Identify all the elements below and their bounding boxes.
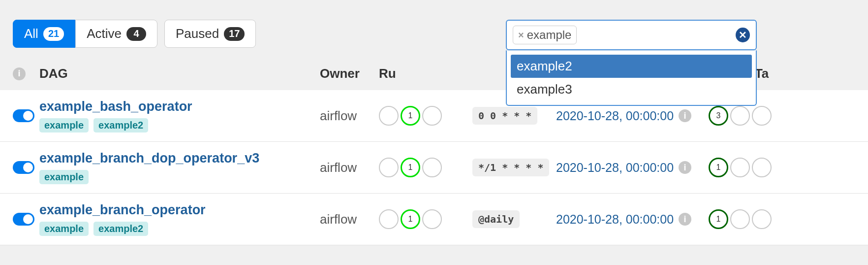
header-owner[interactable]: Owner — [320, 66, 379, 81]
status-circle[interactable] — [752, 209, 772, 229]
dropdown-item[interactable]: example2 — [511, 55, 752, 78]
status-circle[interactable]: 1 — [709, 209, 728, 229]
status-circle[interactable] — [379, 106, 399, 126]
dag-toggle[interactable] — [13, 213, 34, 226]
filter-paused-count: 17 — [224, 27, 245, 41]
filter-group-2: Paused 17 — [164, 20, 256, 48]
dag-toggle[interactable] — [13, 161, 34, 174]
chip-label: example — [527, 28, 572, 42]
status-circle[interactable] — [730, 106, 750, 126]
tag-search-box[interactable]: × example ✕ — [506, 20, 757, 50]
filter-active-label: Active — [87, 26, 122, 41]
tag-search: × example ✕ example2 example3 — [506, 20, 757, 50]
status-circle[interactable] — [422, 158, 442, 177]
dag-link[interactable]: example_branch_dop_operator_v3 — [39, 151, 320, 166]
schedule-badge[interactable]: 0 0 * * * — [472, 107, 537, 125]
status-circle[interactable]: 1 — [401, 158, 420, 177]
dropdown-item[interactable]: example3 — [511, 78, 752, 101]
tag-search-input[interactable] — [582, 25, 731, 45]
status-circle[interactable]: 1 — [709, 158, 728, 177]
dag-tag[interactable]: example — [39, 170, 89, 184]
status-circle[interactable] — [730, 158, 750, 177]
filter-all-count: 21 — [43, 27, 64, 41]
filter-active-button[interactable]: Active 4 — [75, 20, 157, 48]
owner-text: airflow — [320, 108, 357, 123]
status-circle[interactable] — [752, 106, 772, 126]
dag-link[interactable]: example_branch_operator — [39, 202, 320, 218]
last-run-link[interactable]: 2020-10-28, 00:00:00 — [556, 109, 674, 123]
status-circle[interactable] — [422, 209, 442, 229]
search-dropdown: example2 example3 — [506, 50, 757, 106]
info-icon[interactable]: i — [679, 161, 691, 174]
dag-tag[interactable]: example2 — [93, 222, 148, 236]
filter-all-button[interactable]: All 21 — [13, 20, 75, 48]
status-circle[interactable] — [379, 209, 399, 229]
status-circle[interactable]: 1 — [401, 209, 420, 229]
dag-link[interactable]: example_bash_operator — [39, 99, 320, 114]
search-chip[interactable]: × example — [513, 26, 577, 44]
dag-tag[interactable]: example — [39, 118, 89, 132]
header-runs[interactable]: Ru — [379, 66, 472, 81]
filter-paused-label: Paused — [176, 26, 219, 41]
dag-tag[interactable]: example — [39, 222, 89, 236]
info-icon[interactable]: i — [679, 109, 691, 122]
schedule-badge[interactable]: @daily — [472, 210, 520, 228]
owner-text: airflow — [320, 212, 357, 227]
run-status-circles[interactable]: 1 — [379, 209, 472, 229]
dag-toggle[interactable] — [13, 109, 34, 122]
header-dag[interactable]: DAG — [39, 66, 320, 81]
last-run-link[interactable]: 2020-10-28, 00:00:00 — [556, 161, 674, 175]
status-circle[interactable] — [379, 158, 399, 177]
task-status-circles[interactable]: 1 — [709, 209, 855, 229]
schedule-badge[interactable]: */1 * * * * — [472, 159, 549, 176]
status-circle[interactable]: 1 — [401, 106, 420, 126]
chip-remove-icon[interactable]: × — [518, 30, 524, 41]
info-icon: i — [13, 67, 26, 80]
filter-active-count: 4 — [126, 27, 146, 41]
clear-search-icon[interactable]: ✕ — [736, 28, 750, 42]
run-status-circles[interactable]: 1 — [379, 158, 472, 177]
filter-group: All 21 Active 4 — [13, 20, 157, 48]
status-circle[interactable] — [752, 158, 772, 177]
status-circle[interactable] — [730, 209, 750, 229]
task-status-circles[interactable]: 1 — [709, 158, 855, 177]
filter-paused-button[interactable]: Paused 17 — [164, 20, 256, 48]
table-row: example_branch_operatorexampleexample2ai… — [0, 194, 868, 245]
last-run-link[interactable]: 2020-10-28, 00:00:00 — [556, 212, 674, 227]
task-status-circles[interactable]: 3 — [709, 106, 855, 126]
filter-all-label: All — [24, 26, 38, 41]
table-row: example_branch_dop_operator_v3exampleair… — [0, 142, 868, 194]
status-circle[interactable]: 3 — [709, 106, 728, 126]
dag-tag[interactable]: example2 — [93, 118, 148, 132]
owner-text: airflow — [320, 160, 357, 175]
info-icon[interactable]: i — [679, 213, 691, 226]
status-circle[interactable] — [422, 106, 442, 126]
run-status-circles[interactable]: 1 — [379, 106, 472, 126]
